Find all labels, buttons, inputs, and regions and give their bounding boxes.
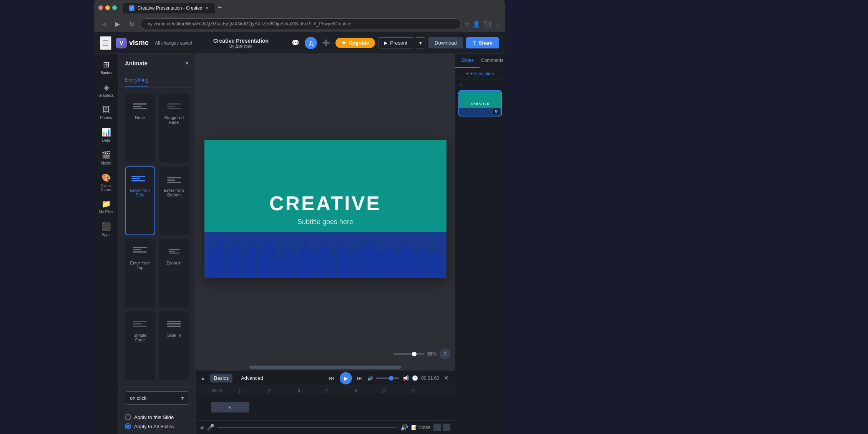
slide-options[interactable]: ⚙ [493, 108, 500, 114]
visme-icon: V [116, 38, 127, 48]
tab-slides[interactable]: Slides [455, 54, 480, 68]
animate-panel: Animate × Everything [119, 54, 196, 434]
anim-enter-from-top[interactable]: Enter from Top [125, 239, 155, 308]
maximize-window-button[interactable] [112, 5, 117, 10]
grid-view-button[interactable] [433, 424, 441, 431]
tab-basics[interactable]: Basics [210, 374, 232, 382]
skip-back-button[interactable]: ⏮ [327, 373, 337, 383]
zoom-slider[interactable] [393, 353, 424, 355]
add-collaborator-button[interactable]: ➕ [320, 37, 332, 49]
microphone-icon[interactable]: 🎤 [207, 424, 214, 431]
zoom-controls: 66% ? [393, 349, 450, 359]
anim-none[interactable]: None [125, 94, 155, 163]
apply-all-slides-radio[interactable] [125, 423, 131, 429]
collapse-timeline-button[interactable]: ▲ [200, 375, 206, 381]
city-skyline [204, 232, 446, 278]
panel-title: Animate [125, 60, 148, 67]
clip-icon: ⏯ [227, 404, 233, 410]
apply-all-slides-option[interactable]: Apply to All Slides [125, 423, 189, 429]
notes-button[interactable]: 📝 Notes [411, 425, 430, 430]
sidebar-item-apps[interactable]: ⬛ Apps [95, 219, 117, 240]
trigger-section: on click ▾ [119, 386, 195, 409]
trigger-value: on click [130, 395, 146, 401]
list-view-button[interactable] [443, 424, 450, 431]
presentation-title-area: Creative Presentation By Дмитрий [197, 38, 285, 48]
help-button[interactable]: ? [440, 349, 450, 359]
reload-button[interactable]: ↻ [126, 18, 137, 29]
sidebar-item-photos[interactable]: 🖼 Photos [95, 102, 117, 123]
svg-rect-8 [232, 248, 240, 278]
zoom-thumb[interactable] [412, 352, 417, 356]
horizontal-scrollbar[interactable] [199, 366, 452, 369]
left-sidebar: ⊞ Basics ◈ Graphics 🖼 Photos 📊 Data 🎬 [94, 54, 119, 434]
play-button[interactable]: ▶ [340, 372, 352, 384]
menu-bottom-icon[interactable]: ≡ [200, 424, 204, 431]
presentation-name[interactable]: Creative Presentation [197, 38, 285, 44]
anim-simple-fade[interactable]: Simple Fade [125, 311, 155, 380]
forward-button[interactable]: ▶ [112, 18, 123, 29]
hamburger-button[interactable]: ☰ [100, 36, 111, 50]
sidebar-label-photos: Photos [100, 116, 112, 120]
sidebar-item-basics[interactable]: ⊞ Basics [95, 57, 117, 78]
trigger-dropdown[interactable]: on click ▾ [125, 391, 189, 405]
share-button[interactable]: ⇑ Share [466, 37, 499, 48]
tab-comments[interactable]: Comments [480, 54, 505, 68]
menu-icon[interactable]: ⋮ [494, 20, 500, 28]
present-dropdown-button[interactable]: ▾ [416, 37, 425, 48]
anim-enter-from-bottom[interactable]: Enter from Bottom [159, 166, 189, 235]
tab-everything[interactable]: Everything [125, 73, 148, 87]
anim-slide-in[interactable]: Slide in [159, 311, 189, 380]
browser-tab[interactable]: V Creative Presentation - Created × [123, 3, 215, 13]
anim-staggered-fade[interactable]: Staggered Fade [159, 94, 189, 163]
slide-thumbnail-1[interactable]: CREATIVE ⚙ [458, 90, 502, 116]
user-avatar[interactable]: Д [305, 37, 317, 49]
svg-rect-15 [264, 248, 274, 278]
svg-rect-31 [348, 254, 356, 278]
volume-bottom-icon[interactable]: 🔊 [400, 424, 408, 431]
tab-advanced[interactable]: Advanced [237, 374, 267, 382]
extensions-icon[interactable]: ⬛ [483, 20, 491, 28]
track-clip-1[interactable]: ⏯ [211, 402, 249, 412]
comments-icon-button[interactable]: 💬 [289, 37, 302, 49]
svg-rect-19 [283, 251, 292, 278]
skip-forward-button[interactable]: ⏭ [355, 373, 364, 383]
anim-enter-from-side[interactable]: Enter from Side [125, 166, 155, 235]
sidebar-item-data[interactable]: 📊 Data [95, 125, 117, 146]
svg-rect-12 [249, 246, 254, 250]
apply-this-slide-option[interactable]: Apply to this Slide [125, 414, 189, 420]
bookmark-icon[interactable]: ☆ [464, 20, 470, 28]
slide-canvas[interactable]: CREATIVE Subtitle goes here [204, 140, 446, 278]
sidebar-item-media[interactable]: 🎬 Media [95, 147, 117, 168]
download-button[interactable]: Download [428, 37, 463, 48]
tab-favicon: V [129, 5, 134, 11]
sidebar-item-theme-colors[interactable]: 🎨 Theme Colors [95, 170, 117, 195]
sidebar-label-graphics: Graphics [98, 93, 114, 98]
svg-rect-1 [208, 251, 215, 278]
minimize-window-button[interactable] [105, 5, 110, 10]
url-bar[interactable]: my.visme.co/editor/WmJiRUdQZGIzaEpQaXNrd… [140, 18, 461, 29]
back-button[interactable]: ◀ [98, 18, 109, 29]
close-window-button[interactable] [98, 5, 103, 10]
anim-simple-fade-label: Simple Fade [129, 333, 151, 342]
present-button[interactable]: ▶ Present [378, 37, 413, 48]
new-slide-button[interactable]: + + New slide [455, 68, 505, 80]
header-actions: 💬 Д ➕ ★ Upgrade ▶ Present ▾ Download ⇑ S… [289, 37, 499, 49]
timeline-close-button[interactable]: ✕ [442, 373, 450, 383]
panel-close-button[interactable]: × [185, 59, 189, 67]
graphics-icon: ◈ [103, 83, 109, 92]
svg-rect-10 [241, 255, 246, 278]
anim-zoom-in[interactable]: Zoom in [159, 239, 189, 308]
upgrade-button[interactable]: ★ Upgrade [335, 38, 375, 48]
h-scrollbar-thumb [249, 366, 401, 369]
sidebar-item-my-files[interactable]: 📁 My Files [95, 196, 117, 217]
svg-rect-23 [304, 242, 305, 248]
new-tab-button[interactable]: + [215, 2, 225, 13]
profile-icon[interactable]: 👤 [473, 20, 480, 28]
speed-track[interactable] [376, 377, 399, 379]
bottom-scrollbar[interactable] [217, 427, 397, 428]
sidebar-item-graphics[interactable]: ◈ Graphics [95, 80, 117, 101]
apply-this-slide-radio[interactable] [125, 414, 131, 420]
animation-grid: None Staggered Fade [119, 88, 195, 386]
tab-title: Creative Presentation - Created [138, 5, 202, 11]
tab-close-button[interactable]: × [206, 5, 209, 11]
